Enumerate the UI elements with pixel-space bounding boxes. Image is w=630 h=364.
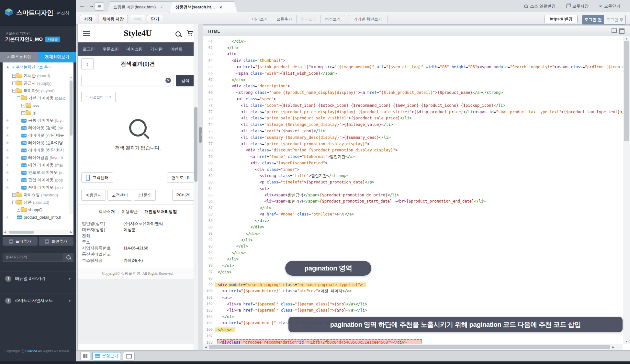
code-scrollbar-thumb[interactable] [624, 41, 629, 141]
tree-item[interactable]: +마이쇼핑(myshop) [3, 191, 73, 199]
code-line[interactable]: 87 </ul> [203, 205, 623, 211]
tree-item[interactable]: +공급사(supply) [3, 80, 73, 87]
save-as-button[interactable]: 새이름 저장 [98, 15, 128, 23]
tree-item[interactable]: ★HTMproduct_detail_info.h [3, 214, 73, 221]
tree-item[interactable]: −상품(product) [3, 199, 73, 206]
back-button[interactable]: ‹ [81, 58, 94, 70]
forward-arrow-icon[interactable]: → [89, 3, 94, 9]
scroll-down-icon[interactable]: ▼ [623, 340, 630, 343]
link-terms[interactable]: 이용약관 [122, 209, 138, 215]
tree-expander-icon[interactable]: − [17, 96, 20, 100]
code-line[interactable]: 62 </li> [203, 45, 623, 51]
link-company[interactable]: 회사소개 [99, 209, 115, 215]
tree-item[interactable]: ★HTM메인 레이아웃(mai [3, 161, 73, 169]
code-line[interactable]: 101 <ol> [203, 294, 623, 301]
login-before-button[interactable]: 로그인 전 [582, 15, 604, 24]
grid-view-button[interactable] [80, 352, 90, 360]
tab-list-button[interactable]: ☰ [95, 2, 104, 11]
link-privacy[interactable]: 개인정보처리방침 [144, 209, 177, 215]
splitter-grip[interactable] [199, 127, 202, 143]
favorite-star-icon[interactable]: ★ [6, 126, 9, 130]
scroll-top-button[interactable]: 맨위로 ⬆ [167, 172, 194, 183]
shop-search-icon[interactable] [175, 31, 181, 37]
tree-expander-icon[interactable]: + [12, 74, 16, 78]
code-line[interactable]: 68 <div class="description"> [203, 83, 623, 90]
tree-hscrollbar-thumb[interactable] [9, 231, 34, 234]
code-line[interactable]: 98 [203, 275, 623, 281]
code-line[interactable]: 67 </div> [203, 77, 623, 83]
shop-logo[interactable]: Style4U [124, 28, 152, 38]
code-line[interactable]: 85 <li><span>할인금액</span>{$product_promot… [203, 192, 623, 198]
code-line[interactable]: 91 </div> [203, 230, 623, 237]
bulk-source-change-button[interactable]: 소스 일괄변경 [519, 4, 560, 9]
preview-scrollbar-thumb[interactable] [194, 107, 197, 182]
pc-version-button[interactable]: PC버전 [172, 190, 194, 201]
favorite-star-icon[interactable]: ★ [6, 133, 9, 138]
code-horizontal-scrollbar[interactable]: ◀ ▶ [203, 344, 623, 350]
tree-item[interactable]: −기본 레이아웃(basic [3, 94, 73, 102]
code-hscrollbar-thumb[interactable] [209, 345, 610, 349]
shop-search-input[interactable]: ✕ [81, 75, 174, 86]
add-folder-button[interactable]: + 폴더추가 [3, 237, 38, 246]
nav-event[interactable]: 이벤트 [170, 46, 183, 52]
favorite-star-icon[interactable]: ★ [6, 178, 9, 182]
code-line[interactable]: 89 </div> [203, 217, 623, 224]
save-button[interactable]: 저장 [80, 15, 96, 23]
tree-expander-icon[interactable]: − [12, 201, 16, 204]
code-line[interactable]: 79 <a href="#none" class="btnNormal">할인기… [203, 153, 623, 160]
close-tab-icon[interactable]: × [160, 5, 163, 10]
tree-item[interactable]: ★HTM팝업 레이아웃(pop [3, 176, 73, 184]
code-editor[interactable]: 61 </div>62 </li>63 <li>64 <div class="t… [203, 36, 623, 344]
code-line[interactable]: 90 </div> [203, 224, 623, 230]
sort-select-button[interactable]: ::: 기준선택 ::: ▼ [81, 92, 116, 102]
screen-search-input[interactable]: 화면명 검색 [3, 253, 63, 262]
close-tab-icon[interactable]: × [219, 5, 222, 10]
tree-expander-icon[interactable]: + [12, 193, 16, 197]
favorite-star-icon[interactable]: ★ [6, 163, 9, 168]
code-line[interactable]: 70 <ul class="spec"> [203, 96, 623, 102]
code-line[interactable]: 92 </li> [203, 237, 623, 243]
manual-link[interactable]: i 매뉴얼 바로가기 ▶ [0, 271, 76, 286]
maximize-icon[interactable] [619, 28, 624, 34]
code-line[interactable]: 71 <li class="icon">{$soldout_icon} {$st… [203, 102, 623, 109]
history-button[interactable]: 히스토리 [321, 15, 345, 23]
scroll-right-icon[interactable]: ▶ [70, 231, 72, 234]
tree-vertical-scrollbar[interactable]: ▲ [69, 75, 73, 215]
back-arrow-icon[interactable]: ← [79, 3, 85, 9]
shop-search-button[interactable]: 검색 [176, 75, 194, 86]
code-line[interactable]: 100 <a href="{$param_before}" class="btn… [203, 288, 623, 294]
https-change-button[interactable]: https:// 변경 [545, 15, 578, 23]
tree-expander-icon[interactable]: + [21, 111, 25, 115]
support-link[interactable]: i 스마트디자인서포트 ▶ [0, 293, 76, 308]
code-line[interactable]: 65 <a href="{$link_product_detail}"><img… [203, 64, 623, 70]
code-line[interactable]: 77 <li class="price {$product_promotion_… [203, 141, 623, 147]
code-line[interactable]: 72 <li class="price {$product_price_disp… [203, 109, 623, 115]
screen-search-button[interactable] [63, 253, 73, 262]
tree-horizontal-scrollbar[interactable]: ◀ ▶ [3, 230, 73, 234]
expand-icon[interactable] [612, 28, 617, 33]
single-view-button[interactable] [123, 352, 135, 360]
favorite-star-icon[interactable]: ★ [6, 140, 9, 145]
favorite-star-icon[interactable]: ★ [6, 170, 9, 175]
customer-center-button[interactable]: 고객센터 [81, 172, 113, 183]
code-line[interactable]: 74 <li class="mileage {$mileage_icon_dis… [203, 121, 623, 128]
code-line[interactable]: 64 <div class="thumbnail"> [203, 57, 623, 64]
scroll-left-icon[interactable]: ◀ [4, 231, 6, 234]
favorite-star-icon[interactable]: ★ [6, 215, 9, 220]
device-view-button[interactable]: 기기별 화면보기 [348, 15, 388, 23]
code-line[interactable]: 76 <li class="summary {$summary_desc|dis… [203, 134, 623, 141]
tree-expander-icon[interactable]: + [21, 104, 25, 107]
tree-item[interactable]: ★HTM공통 레이아웃(layc [3, 117, 73, 124]
scroll-up-icon[interactable]: ▲ [623, 37, 630, 40]
tree-item[interactable]: +css [3, 102, 73, 109]
favorite-star-icon[interactable]: ★ [6, 118, 9, 123]
cs-button[interactable]: 고객센터 [107, 190, 132, 201]
nav-myshop[interactable]: 마이쇼핑 [127, 46, 143, 52]
code-line[interactable]: 69 <strong class="name {$product_name_di… [203, 89, 623, 96]
close-button[interactable]: 닫기 [147, 15, 163, 23]
tree-expander-icon[interactable]: + [17, 208, 20, 212]
tree-item[interactable]: +shoppQ [3, 206, 73, 214]
code-line[interactable]: 107 [203, 333, 623, 339]
panel-splitter[interactable] [198, 24, 203, 350]
tab-index-html[interactable]: 쇼핑몰 메인(index.html) × [107, 1, 178, 13]
